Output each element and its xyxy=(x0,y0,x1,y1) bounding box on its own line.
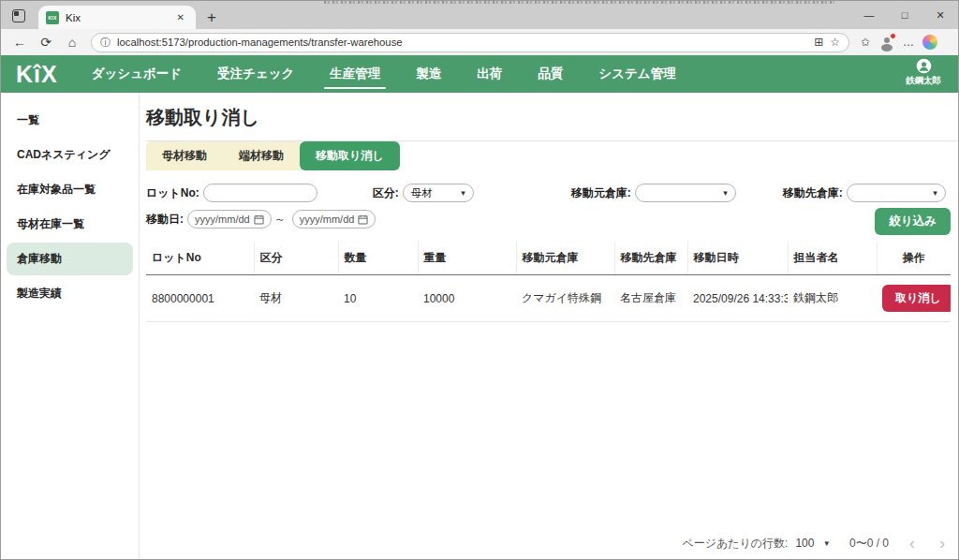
chevron-down-icon: ▾ xyxy=(933,188,937,198)
sidebar-item-warehouse-transfer[interactable]: 倉庫移動 xyxy=(7,243,133,275)
url-text[interactable]: localhost:5173/production-managements/tr… xyxy=(117,37,807,48)
cell-transfer-datetime: 2025/09/26 14:33:38 xyxy=(687,275,788,322)
site-info-icon[interactable]: ⓘ xyxy=(100,36,111,50)
kubun-select[interactable]: 母材 ▾ xyxy=(403,184,474,202)
filter-apply-button[interactable]: 絞り込み xyxy=(875,208,951,235)
calendar-icon[interactable] xyxy=(254,214,264,225)
profile-avatar[interactable] xyxy=(878,35,894,51)
source-warehouse-label: 移動元倉庫: xyxy=(571,185,631,201)
browser-tab-bar: KIX Kix ✕ + — □ ✕ xyxy=(1,1,958,29)
back-icon[interactable]: ← xyxy=(8,35,31,50)
nav-production-management[interactable]: 生産管理 xyxy=(328,55,382,93)
close-button[interactable]: ✕ xyxy=(922,1,958,29)
col-header-quantity: 数量 xyxy=(338,242,418,275)
screen-edge-artifact xyxy=(324,1,834,4)
pagination: ページあたりの行数: 100 ▾ 0〜0 / 0 ‹ › xyxy=(682,535,945,552)
favorites-icon[interactable]: ✩ xyxy=(861,36,870,49)
next-page-icon[interactable]: › xyxy=(939,535,945,552)
bookmark-star-icon[interactable]: ☆ xyxy=(830,36,840,49)
content-area: 一覧 CADネスティング 在庫対象品一覧 母材在庫一覧 倉庫移動 製造実績 移動… xyxy=(1,93,958,560)
more-menu-icon[interactable]: … xyxy=(903,36,914,49)
cell-person: 鉄鋼太郎 xyxy=(788,275,877,322)
sidebar-item-manufacturing-results[interactable]: 製造実績 xyxy=(7,277,133,310)
cell-kubun: 母材 xyxy=(254,275,338,322)
profile-notification-dot xyxy=(890,33,896,39)
split-screen-icon[interactable]: ⊞ xyxy=(814,36,823,49)
nav-order-check[interactable]: 受注チェック xyxy=(215,55,296,93)
prev-page-icon[interactable]: ‹ xyxy=(909,535,915,552)
page-title: 移動取り消し xyxy=(146,105,951,130)
rows-per-page-select[interactable]: 100 ▾ xyxy=(795,537,829,550)
tab-scrap-transfer[interactable]: 端材移動 xyxy=(223,141,300,170)
date-to-input[interactable]: yyyy/mm/dd xyxy=(292,210,376,228)
tab-transfer-cancel[interactable]: 移動取り消し xyxy=(300,141,400,170)
copilot-icon[interactable] xyxy=(922,35,937,50)
sidebar: 一覧 CADネスティング 在庫対象品一覧 母材在庫一覧 倉庫移動 製造実績 xyxy=(1,93,140,560)
col-header-source-warehouse: 移動元倉庫 xyxy=(516,242,614,275)
col-header-weight: 重量 xyxy=(418,242,516,275)
new-tab-button[interactable]: + xyxy=(207,9,216,25)
app-header: KîX ダッシュボード 受注チェック 生産管理 製造 出荷 品質 システム管理 … xyxy=(1,55,958,93)
main-nav: ダッシュボード 受注チェック 生産管理 製造 出荷 品質 システム管理 xyxy=(90,55,678,93)
nav-system-management[interactable]: システム管理 xyxy=(597,55,677,93)
col-header-dest-warehouse: 移動先倉庫 xyxy=(614,242,687,275)
browser-window: KIX Kix ✕ + — □ ✕ ← ⟳ ⌂ ⓘ localhost:5173… xyxy=(0,0,959,560)
site-favicon: KIX xyxy=(46,11,59,24)
nav-dashboard[interactable]: ダッシュボード xyxy=(90,55,184,93)
tab-base-material-transfer[interactable]: 母材移動 xyxy=(146,141,223,170)
lot-no-input[interactable] xyxy=(203,184,317,202)
sidebar-item-stock-target-list[interactable]: 在庫対象品一覧 xyxy=(7,173,133,206)
cancel-transfer-button[interactable]: 取り消し xyxy=(882,285,951,312)
source-warehouse-select[interactable]: ▾ xyxy=(635,184,736,202)
nav-quality[interactable]: 品質 xyxy=(536,55,565,93)
user-icon xyxy=(916,58,932,74)
dest-warehouse-label: 移動先倉庫: xyxy=(783,185,843,201)
kubun-label: 区分: xyxy=(373,185,399,201)
kubun-select-value: 母材 xyxy=(411,186,433,200)
col-header-lot-no: ロットNo xyxy=(146,242,254,275)
browser-tab[interactable]: KIX Kix ✕ xyxy=(38,6,196,29)
refresh-icon[interactable]: ⟳ xyxy=(35,35,57,50)
window-controls: — □ ✕ xyxy=(851,1,958,29)
user-name: 鉄鋼太郎 xyxy=(906,75,941,87)
cell-dest-warehouse: 名古屋倉庫 xyxy=(614,275,687,322)
browser-toolbar: ← ⟳ ⌂ ⓘ localhost:5173/production-manage… xyxy=(1,29,958,55)
tab-strip: 母材移動 端材移動 移動取り消し xyxy=(146,141,951,170)
date-range-separator: ～ xyxy=(274,212,286,228)
lot-no-label: ロットNo: xyxy=(146,185,199,201)
toolbar-right: ✩ … xyxy=(861,35,937,51)
filter-section: ロットNo: 区分: 母材 ▾ 移動元倉庫: ▾ 移動先倉庫: xyxy=(146,184,951,228)
maximize-button[interactable]: □ xyxy=(887,1,922,29)
sidebar-item-base-material-stock[interactable]: 母材在庫一覧 xyxy=(7,208,133,241)
rows-per-page-value: 100 xyxy=(795,537,814,550)
cell-source-warehouse: クマガイ特殊鋼 xyxy=(516,275,614,322)
sidebar-item-cad-nesting[interactable]: CADネスティング xyxy=(7,139,133,171)
app-logo[interactable]: KîX xyxy=(16,61,58,88)
pagination-controls: ‹ › xyxy=(909,535,945,552)
home-icon[interactable]: ⌂ xyxy=(61,35,83,50)
filter-row-1: ロットNo: 区分: 母材 ▾ 移動元倉庫: ▾ 移動先倉庫: xyxy=(146,184,951,202)
cell-lot-no: 8800000001 xyxy=(146,275,254,322)
col-header-kubun: 区分 xyxy=(254,242,338,275)
date-from-placeholder: yyyy/mm/dd xyxy=(195,214,250,225)
col-header-action: 操作 xyxy=(877,242,951,275)
minimize-button[interactable]: — xyxy=(851,1,887,29)
chevron-down-icon: ▾ xyxy=(461,188,465,198)
transfer-date-label: 移動日: xyxy=(146,212,184,228)
rows-per-page: ページあたりの行数: 100 ▾ xyxy=(682,536,829,552)
calendar-icon[interactable] xyxy=(358,214,368,225)
address-bar[interactable]: ⓘ localhost:5173/production-managements/… xyxy=(91,33,849,52)
cell-quantity: 10 xyxy=(338,275,418,322)
nav-shipping[interactable]: 出荷 xyxy=(475,55,504,93)
tab-close-icon[interactable]: ✕ xyxy=(173,10,188,24)
tab-actions-icon[interactable] xyxy=(12,9,25,22)
date-from-input[interactable]: yyyy/mm/dd xyxy=(187,210,272,228)
sidebar-item-list[interactable]: 一覧 xyxy=(7,104,133,137)
chevron-down-icon: ▾ xyxy=(824,538,829,548)
user-menu[interactable]: 鉄鋼太郎 xyxy=(906,58,941,87)
tab-actions-inner-square xyxy=(14,11,19,16)
col-header-transfer-datetime: 移動日時 xyxy=(687,242,788,275)
nav-manufacturing[interactable]: 製造 xyxy=(414,55,443,93)
dest-warehouse-select[interactable]: ▾ xyxy=(847,184,946,202)
table-header-row: ロットNo 区分 数量 重量 移動元倉庫 移動先倉庫 移動日時 担当者名 操作 xyxy=(146,242,951,275)
